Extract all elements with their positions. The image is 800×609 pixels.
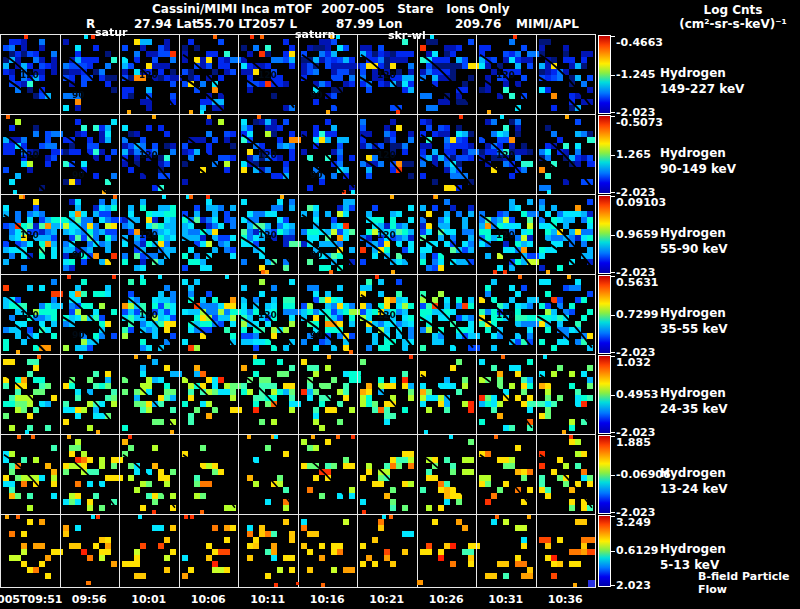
energy-band-label: 55-90 keV	[660, 243, 728, 256]
colorbar	[598, 515, 611, 587]
colorbar-tick	[611, 272, 615, 273]
colorbar-tick	[611, 432, 615, 433]
row-boundary-line	[0, 514, 596, 515]
colorbar-min-label: 2.023	[616, 580, 651, 591]
time-label: 005T09:51	[0, 593, 62, 606]
colorbar-max-label: -0.4663	[616, 37, 663, 48]
time-label: 10:16	[310, 593, 345, 606]
energy-band-label: 149-227 keV	[660, 83, 744, 96]
heatmap-panels	[0, 275, 596, 354]
heatmap-panels	[0, 515, 596, 587]
colorbar	[598, 35, 611, 114]
colorbar-tick	[611, 315, 615, 316]
event-marker-saturn: saturn	[295, 29, 335, 40]
row-boundary-line	[0, 194, 596, 195]
colorbar-tick	[611, 475, 615, 476]
time-label: 10:36	[548, 593, 583, 606]
energy-row: 0.5631 0.7299 -2.023 Hydrogen 35-55 keV	[0, 275, 800, 354]
colorbar-tick	[611, 276, 615, 277]
colorbar-tick	[611, 36, 615, 37]
time-label: 10:31	[488, 593, 523, 606]
species-label: Hydrogen	[660, 467, 726, 480]
energy-band-label: 13-24 keV	[660, 483, 728, 496]
ephemeris-r-label: R	[86, 18, 95, 31]
colorbar-tick	[611, 436, 615, 437]
colorbar-mid-label: -1.245	[616, 69, 655, 80]
colorbar-title-line1: Log Cnts	[662, 3, 800, 17]
colorbar-mid-label: 0.6129	[616, 545, 658, 556]
energy-band-label: 35-55 keV	[660, 323, 728, 336]
time-label: 10:01	[131, 593, 166, 606]
heatmap-panels	[0, 35, 596, 114]
colorbar-tick	[611, 235, 615, 236]
colorbar-max-label: 0.5631	[616, 277, 658, 288]
row-boundary-line	[0, 274, 596, 275]
ephemeris-lt: 2057 L	[252, 18, 297, 31]
event-marker-saturn-rise: satur	[95, 27, 127, 38]
colorbar-max-label: 3.249	[616, 517, 651, 528]
colorbar-tick	[611, 585, 615, 586]
credit-label: MIMI/APL	[516, 18, 579, 31]
colorbar-mid-label: 0.7299	[616, 309, 658, 320]
energy-band-label: 90-149 keV	[660, 163, 736, 176]
colorbar-title: Log Cnts (cm²-sr-s-keV)⁻¹	[662, 3, 800, 31]
colorbar	[598, 435, 611, 514]
colorbar	[598, 275, 611, 354]
colorbar-mid-label: 0.9659	[616, 229, 658, 240]
species-label: Hydrogen	[660, 307, 726, 320]
species-label: Hydrogen	[660, 147, 726, 160]
energy-row: -0.5073 1.265 -2.023 Hydrogen 90-149 keV	[0, 115, 800, 194]
page-title: Cassini/MIMI Inca mTOF 2007-005 Stare Io…	[152, 3, 509, 16]
colorbar-tick	[611, 75, 615, 76]
colorbar-tick	[611, 112, 615, 113]
heatmap-panels	[0, 435, 596, 514]
time-label: 10:06	[191, 593, 226, 606]
colorbar-tick	[611, 196, 615, 197]
time-label: 09:56	[72, 593, 107, 606]
colorbar-mid-label: 1.265	[616, 149, 651, 160]
time-label: 10:26	[429, 593, 464, 606]
colorbar-tick	[611, 551, 615, 552]
colorbar-max-label: 1.032	[616, 357, 651, 368]
colorbar-tick	[611, 352, 615, 353]
energy-row: -0.4663 -1.245 -2.023 Hydrogen 149-227 k…	[0, 35, 800, 114]
ephemeris-sls: 209.76	[455, 18, 501, 31]
colorbar	[598, 115, 611, 194]
colorbar-mid-label: 0.4953	[616, 389, 658, 400]
row-boundary-line	[0, 354, 596, 355]
colorbar-tick	[611, 116, 615, 117]
event-marker-skr-wl: skr-wl	[388, 30, 426, 41]
energy-row: 3.249 0.6129 2.023 Hydrogen 5-13 keV	[0, 515, 800, 587]
time-label: 10:11	[250, 593, 285, 606]
species-label: Hydrogen	[660, 67, 726, 80]
species-label: Hydrogen	[660, 387, 726, 400]
row-boundary-line	[0, 587, 596, 588]
heatmap-panels	[0, 355, 596, 434]
colorbar	[598, 355, 611, 434]
energy-row: 0.09103 0.9659 -2.023 Hydrogen 55-90 keV	[0, 195, 800, 274]
time-label: 10:21	[369, 593, 404, 606]
colorbar-max-label: -0.5073	[616, 117, 663, 128]
energy-row: 1.885 -0.06906 -2.023 Hydrogen 13-24 keV	[0, 435, 800, 514]
colorbar	[598, 195, 611, 274]
colorbar-tick	[611, 155, 615, 156]
colorbar-tick	[611, 516, 615, 517]
mimi-inca-display: Cassini/MIMI Inca mTOF 2007-005 Stare Io…	[0, 0, 800, 609]
row-boundary-line	[0, 434, 596, 435]
colorbar-tick	[611, 512, 615, 513]
energy-band-label: 24-35 keV	[660, 403, 728, 416]
ephemeris-r: 27.94 Lat	[134, 18, 198, 31]
energy-row: 1.032 0.4953 -2.023 Hydrogen 24-35 keV	[0, 355, 800, 434]
heatmap-panels	[0, 115, 596, 194]
species-label: Hydrogen	[660, 543, 726, 556]
species-label: Hydrogen	[660, 227, 726, 240]
colorbar-tick	[611, 192, 615, 193]
colorbar-tick	[611, 356, 615, 357]
row-boundary-line	[0, 114, 596, 115]
colorbar-tick	[611, 395, 615, 396]
colorbar-max-label: 1.885	[616, 437, 651, 448]
heatmap-panels	[0, 195, 596, 274]
colorbar-units: (cm²-sr-s-keV)⁻¹	[662, 17, 800, 31]
colorbar-max-label: 0.09103	[616, 197, 666, 208]
energy-band-label: 5-13 keV	[660, 559, 719, 572]
